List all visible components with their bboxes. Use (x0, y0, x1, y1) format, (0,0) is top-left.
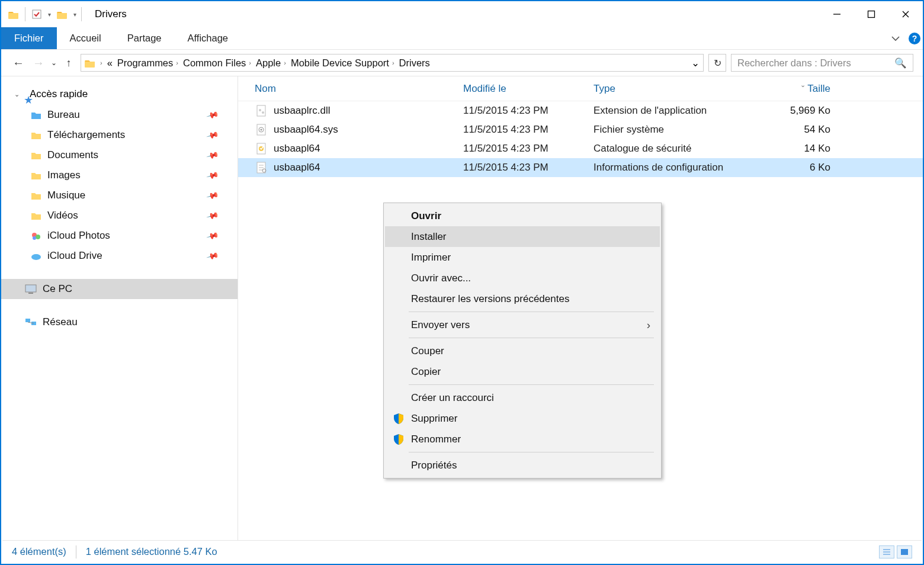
column-size-label: Taille (807, 83, 830, 94)
context-delete[interactable]: Supprimer (385, 408, 660, 429)
breadcrumb-field[interactable]: › « Programmes› Common Files› Apple› Mob… (81, 54, 704, 72)
column-name[interactable]: Nom (238, 83, 463, 95)
back-button[interactable]: ← (11, 55, 26, 70)
inf-file-icon (255, 161, 268, 174)
tab-file[interactable]: Fichier (1, 27, 57, 49)
view-thumbnails-button[interactable] (897, 545, 912, 558)
svg-point-16 (262, 111, 264, 114)
view-details-button[interactable] (879, 545, 894, 558)
folder-icon (31, 111, 41, 120)
sidebar-item-icloud-photos[interactable]: iCloud Photos📌 (1, 226, 238, 246)
tab-home[interactable]: Accueil (57, 27, 114, 49)
column-headers: Nom Modifié le Type ⌄Taille (238, 76, 923, 101)
history-dropdown-icon[interactable]: ⌄ (51, 59, 57, 67)
sidebar-item-documents[interactable]: Documents📌 (1, 145, 238, 165)
sidebar-item-videos[interactable]: Vidéos📌 (1, 206, 238, 226)
context-rename-label: Renommer (411, 434, 461, 445)
svg-point-8 (31, 254, 41, 260)
refresh-button[interactable]: ↻ (708, 54, 726, 72)
sidebar-item-label: Documents (47, 149, 98, 161)
context-restore[interactable]: Restaurer les versions précédentes (385, 288, 660, 309)
ribbon: Fichier Accueil Partage Affichage ? (1, 27, 923, 50)
close-button[interactable] (888, 2, 923, 26)
sidebar-item-this-pc[interactable]: Ce PC (1, 279, 238, 299)
sidebar-item-downloads[interactable]: Téléchargements📌 (1, 125, 238, 145)
file-row[interactable]: usbaapl64 11/5/2015 4:23 PM Informations… (238, 158, 923, 177)
chevron-icon[interactable]: › (176, 59, 178, 66)
context-rename[interactable]: Renommer (385, 429, 660, 450)
chevron-icon[interactable]: › (392, 59, 394, 66)
tab-share[interactable]: Partage (114, 27, 175, 49)
folder-icon (31, 171, 41, 180)
svg-rect-10 (28, 293, 33, 294)
title-folder-icon (56, 8, 69, 21)
forward-button[interactable]: → (31, 55, 46, 70)
sidebar-item-label: iCloud Photos (47, 230, 110, 242)
file-size: 6 Ko (774, 162, 845, 174)
sidebar-item-images[interactable]: Images📌 (1, 165, 238, 185)
context-properties[interactable]: Propriétés (385, 455, 660, 476)
context-copy[interactable]: Copier (385, 361, 660, 382)
search-input[interactable]: Rechercher dans : Drivers 🔍 (731, 54, 913, 72)
breadcrumb-ellipsis[interactable]: « (107, 57, 113, 69)
context-print[interactable]: Imprimer (385, 247, 660, 268)
file-row[interactable]: usbaaplrc.dll 11/5/2015 4:23 PM Extensio… (238, 101, 923, 120)
file-type: Fichier système (593, 124, 774, 136)
breadcrumb-item[interactable]: Drivers (399, 57, 430, 69)
file-size: 54 Ko (774, 124, 845, 136)
context-shortcut[interactable]: Créer un raccourci (385, 387, 660, 408)
context-separator (409, 312, 654, 312)
sidebar-item-desktop[interactable]: Bureau📌 (1, 105, 238, 125)
column-size[interactable]: ⌄Taille (774, 83, 845, 95)
pin-icon: 📌 (206, 209, 219, 222)
maximize-button[interactable] (854, 2, 888, 26)
context-open-with[interactable]: Ouvrir avec... (385, 268, 660, 288)
chevron-icon[interactable]: › (249, 59, 251, 66)
context-cut[interactable]: Couper (385, 341, 660, 361)
pin-icon: 📌 (206, 169, 219, 182)
sidebar: ⌄ ★ Accès rapide Bureau📌 Téléchargements… (1, 76, 238, 540)
context-install[interactable]: Installer (385, 226, 660, 247)
ribbon-collapse-icon[interactable] (885, 36, 906, 41)
column-modified[interactable]: Modifié le (463, 83, 593, 95)
svg-rect-0 (33, 10, 41, 18)
sidebar-quick-access[interactable]: ⌄ ★ Accès rapide (1, 85, 238, 105)
breadcrumb-item[interactable]: Apple (256, 57, 281, 69)
context-send-to[interactable]: Envoyer vers› (385, 314, 660, 335)
file-date: 11/5/2015 4:23 PM (463, 143, 593, 155)
sidebar-item-label: Vidéos (47, 210, 78, 221)
breadcrumb-item[interactable]: Mobile Device Support (291, 57, 389, 69)
help-button[interactable]: ? (906, 32, 923, 45)
chevron-icon[interactable]: › (100, 59, 102, 66)
tab-view[interactable]: Affichage (175, 27, 242, 49)
sidebar-item-network[interactable]: Réseau (1, 312, 238, 332)
uac-shield-icon (392, 412, 405, 425)
search-placeholder: Rechercher dans : Drivers (737, 57, 851, 69)
cat-file-icon (255, 142, 268, 155)
context-open[interactable]: Ouvrir (385, 206, 660, 226)
context-separator (409, 338, 654, 338)
breadcrumb-folder-icon (85, 59, 95, 68)
file-row[interactable]: usbaapl64.sys 11/5/2015 4:23 PM Fichier … (238, 120, 923, 139)
up-button[interactable]: ↑ (62, 57, 76, 69)
properties-qat-icon[interactable] (30, 8, 43, 21)
sidebar-item-music[interactable]: Musique📌 (1, 185, 238, 206)
breadcrumb-item[interactable]: Programmes (117, 57, 173, 69)
minimize-button[interactable] (820, 2, 854, 26)
file-row[interactable]: usbaapl64 11/5/2015 4:23 PM Catalogue de… (238, 139, 923, 158)
file-name: usbaaplrc.dll (274, 105, 330, 117)
title-bar: ▾ ▾ Drivers (1, 1, 923, 27)
submenu-arrow-icon: › (647, 319, 650, 332)
breadcrumb-dropdown-icon[interactable]: ⌄ (691, 57, 700, 69)
pin-icon: 📌 (206, 129, 219, 142)
address-bar: ← → ⌄ ↑ › « Programmes› Common Files› Ap… (1, 50, 923, 76)
qat-dropdown-icon[interactable]: ▾ (48, 11, 51, 18)
file-name: usbaapl64.sys (274, 124, 338, 136)
column-type[interactable]: Type (593, 83, 774, 95)
sidebar-item-icloud-drive[interactable]: iCloud Drive📌 (1, 246, 238, 266)
svg-rect-9 (25, 285, 36, 292)
file-name: usbaapl64 (274, 143, 320, 155)
qat-dropdown-icon-2[interactable]: ▾ (73, 11, 76, 18)
breadcrumb-item[interactable]: Common Files (183, 57, 246, 69)
chevron-icon[interactable]: › (284, 59, 286, 66)
